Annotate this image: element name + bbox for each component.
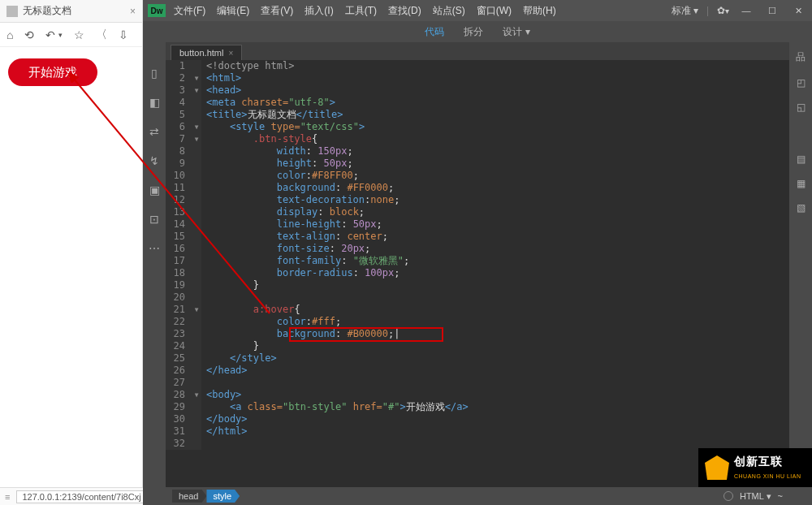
view-design[interactable]: 设计 ▾ [503, 25, 529, 39]
crumb-head[interactable]: head [172, 490, 206, 503]
dw-titlebar: Dw 文件(F) 编辑(E) 查看(V) 插入(I) 工具(T) 查找(D) 站… [143, 0, 812, 21]
code-line[interactable]: 20 [166, 291, 469, 304]
file-tab[interactable]: button.html × [171, 45, 242, 60]
menu-edit[interactable]: 编辑(E) [217, 4, 249, 18]
brand-text: 创新互联 CHUANG XIN HU LIAN [734, 455, 801, 481]
editor-area: button.html × 1<!doctype html>2▾<html>3▾… [166, 42, 789, 505]
code-line[interactable]: 26</head> [166, 365, 469, 377]
view-switcher: 代码 拆分 设计 ▾ [143, 21, 812, 42]
code-line[interactable]: 11 background: #FF0000; [166, 182, 469, 194]
brand-watermark: 创新互联 CHUANG XIN HU LIAN [698, 448, 812, 487]
back-icon[interactable]: 〈 [96, 28, 107, 42]
menu-help[interactable]: 帮助(H) [523, 4, 556, 18]
file-tab-close-icon[interactable]: × [228, 49, 233, 58]
panel-icon-5[interactable]: ▦ [797, 178, 806, 189]
panel-icon-6[interactable]: ▧ [797, 202, 806, 214]
browser-tab[interactable]: 无标题文档 × [0, 0, 142, 23]
home-icon[interactable]: ⌂ [6, 28, 13, 41]
menu-tool[interactable]: 工具(T) [345, 4, 377, 18]
code-line[interactable]: 15 text-align: center; [166, 231, 469, 243]
sync-icon[interactable] [723, 491, 733, 501]
star-icon[interactable]: ☆ [74, 28, 84, 41]
code-line[interactable]: 8 width: 150px; [166, 145, 469, 158]
dropdown-icon[interactable]: ▾ [58, 31, 63, 39]
menu-view[interactable]: 查看(V) [261, 4, 293, 18]
code-line[interactable]: 9 height: 50px; [166, 158, 469, 170]
code-line[interactable]: 17 font-family: "微软雅黑"; [166, 255, 469, 267]
dw-logo-icon: Dw [148, 4, 166, 17]
code-line[interactable]: 30</body> [166, 413, 469, 425]
preview-area: 开始游戏 [0, 47, 142, 97]
panel-icon-1[interactable]: 品 [796, 50, 806, 64]
menu-site[interactable]: 站点(S) [433, 4, 465, 18]
minimize-button[interactable]: — [737, 5, 755, 16]
menu-icon[interactable]: ≡ [5, 492, 10, 502]
close-button[interactable]: ✕ [789, 5, 807, 16]
code-line[interactable]: 10 color:#F8FF00; [166, 170, 469, 182]
code-line[interactable]: 3▾<head> [166, 84, 469, 97]
start-game-button[interactable]: 开始游戏 [8, 58, 97, 86]
code-line[interactable]: 12 text-decoration:none; [166, 194, 469, 206]
dw-body: ▯ ◧ ⇄ ↯ ▣ ⊡ ⋯ button.html × 1<!doctype h… [143, 42, 812, 505]
view-split[interactable]: 拆分 [464, 25, 483, 39]
code-line[interactable]: 16 font-size: 20px; [166, 243, 469, 255]
tool-icon-4[interactable]: ↯ [149, 154, 159, 167]
code-line[interactable]: 29 <a class="btn-style" href="#">开始游戏</a… [166, 401, 469, 413]
editor-status-bar: head style HTML ▾ ~ [166, 487, 789, 505]
tool-icon-3[interactable]: ⇄ [149, 125, 159, 138]
left-tool-column: ▯ ◧ ⇄ ↯ ▣ ⊡ ⋯ [143, 42, 166, 505]
tool-icon-2[interactable]: ◧ [149, 96, 160, 109]
reload-icon[interactable]: ⟲ [24, 28, 34, 41]
settings-icon[interactable]: ✿▾ [717, 5, 729, 16]
code-line[interactable]: 5<title>无标题文档</title> [166, 109, 469, 121]
code-line[interactable]: 31</html> [166, 425, 469, 438]
brand-logo-icon [705, 455, 729, 480]
close-icon[interactable]: × [130, 6, 136, 17]
code-line[interactable]: 6▾ <style type="text/css"> [166, 121, 469, 133]
menu-find[interactable]: 查找(D) [388, 4, 421, 18]
code-editor[interactable]: 1<!doctype html>2▾<html>3▾<head>4<meta c… [166, 60, 789, 487]
code-line[interactable]: 21▾ a:hover{ [166, 304, 469, 316]
view-code[interactable]: 代码 [425, 25, 444, 39]
code-line[interactable]: 32 [166, 438, 469, 450]
code-line[interactable]: 24 } [166, 340, 469, 352]
code-line[interactable]: 4<meta charset="utf-8"> [166, 97, 469, 109]
tool-icon-7[interactable]: ⋯ [149, 242, 160, 255]
code-line[interactable]: 28▾<body> [166, 389, 469, 401]
menu-window[interactable]: 窗口(W) [477, 4, 512, 18]
right-tool-column: 品 ◰ ◱ ▤ ▦ ▧ [789, 42, 812, 505]
panel-icon-2[interactable]: ◰ [797, 77, 806, 88]
url-display: 127.0.0.1:2139/content/7i8Cxj [16, 490, 146, 503]
tool-icon-6[interactable]: ⊡ [149, 213, 159, 226]
workspace-selector[interactable]: 标准 ▾ [672, 4, 698, 18]
code-line[interactable]: 19 } [166, 279, 469, 291]
download-icon[interactable]: ⇩ [119, 28, 128, 41]
tool-icon-5[interactable]: ▣ [149, 183, 160, 196]
tab-title: 无标题文档 [23, 4, 71, 18]
crumb-style[interactable]: style [206, 490, 240, 503]
code-line[interactable]: 7▾ .btn-style{ [166, 133, 469, 145]
browser-toolbar: ⌂ ⟲ ↶ ▾ ☆ 〈 ⇩ [0, 23, 142, 47]
maximize-button[interactable]: ☐ [763, 5, 781, 16]
menu-insert[interactable]: 插入(I) [304, 4, 333, 18]
code-line[interactable]: 14 line-height: 50px; [166, 218, 469, 231]
tool-icon-1[interactable]: ▯ [151, 67, 158, 80]
code-line[interactable]: 25 </style> [166, 352, 469, 365]
code-line[interactable]: 22 color:#fff; [166, 316, 469, 328]
panel-icon-3[interactable]: ◱ [797, 101, 806, 113]
panel-icon-4[interactable]: ▤ [797, 153, 806, 165]
code-line[interactable]: 13 display: block; [166, 206, 469, 218]
menu-file[interactable]: 文件(F) [174, 4, 205, 18]
browser-panel: 无标题文档 × ⌂ ⟲ ↶ ▾ ☆ 〈 ⇩ 开始游戏 ≡ 127.0.0.1:2… [0, 0, 143, 505]
code-line[interactable]: 18 border-radius: 100px; [166, 267, 469, 279]
code-line[interactable]: 27 [166, 377, 469, 389]
titlebar-right: 标准 ▾ | ✿▾ — ☐ ✕ [672, 4, 807, 18]
undo-icon[interactable]: ↶ [45, 28, 55, 41]
encoding-label[interactable]: ~ [778, 491, 783, 501]
dw-menu-bar: 文件(F) 编辑(E) 查看(V) 插入(I) 工具(T) 查找(D) 站点(S… [174, 4, 556, 18]
file-tab-row: button.html × [166, 42, 789, 60]
code-line[interactable]: 2▾<html> [166, 72, 469, 84]
code-line[interactable]: 23 background: #B00000;| [166, 328, 469, 340]
doctype-label[interactable]: HTML ▾ [740, 491, 771, 502]
code-line[interactable]: 1<!doctype html> [166, 60, 469, 72]
